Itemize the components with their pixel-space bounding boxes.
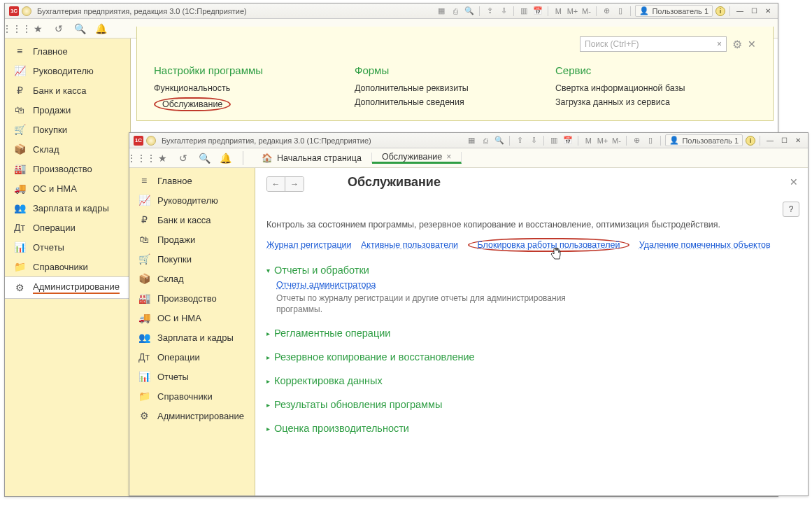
preview-icon[interactable]: 🔍 — [494, 135, 505, 146]
user-button[interactable]: 👤Пользователь 1 — [665, 134, 743, 146]
history-icon[interactable]: ↺ — [177, 152, 190, 164]
star-icon[interactable]: ★ — [156, 152, 169, 164]
back-button[interactable]: ← — [267, 177, 285, 191]
tab-home[interactable]: 🏠 Начальная страница — [252, 153, 372, 163]
forward-button[interactable]: → — [285, 177, 304, 191]
expander-scheduled[interactable]: ▸Регламентные операции — [266, 328, 794, 339]
link-extra-info[interactable]: Дополнительные сведения — [355, 97, 555, 107]
sidebar-item-head[interactable]: 📈Руководителю — [129, 190, 255, 210]
sidebar-item-sales[interactable]: 🛍Продажи — [129, 230, 255, 249]
bell-icon[interactable]: 🔔 — [219, 152, 232, 164]
sidebar-item-production[interactable]: 🏭Производство — [5, 159, 130, 178]
print-icon[interactable]: ⎙ — [480, 135, 491, 146]
app-menu-button[interactable] — [22, 6, 31, 16]
sidebar-item-refs[interactable]: 📁Справочники — [129, 386, 255, 406]
sidebar-item-production[interactable]: 🏭Производство — [129, 288, 255, 308]
mminus-button[interactable]: M- — [580, 6, 592, 17]
help-button[interactable]: ? — [783, 202, 799, 217]
download-icon[interactable]: ⇩ — [528, 135, 539, 146]
preview-icon[interactable]: 🔍 — [464, 6, 475, 17]
close-button[interactable]: ✕ — [762, 6, 774, 16]
search-icon[interactable]: 🔍 — [198, 152, 211, 164]
sidebar-item-head[interactable]: 📈Руководителю — [5, 61, 130, 80]
m-button[interactable]: M — [583, 135, 594, 146]
info-icon[interactable]: i — [746, 136, 755, 146]
minimize-button[interactable]: — — [764, 136, 776, 146]
mplus-button[interactable]: M+ — [597, 135, 608, 146]
bell-icon[interactable]: 🔔 — [94, 22, 107, 35]
link-registration-log[interactable]: Журнал регистрации — [266, 240, 352, 250]
sidebar-item-ops[interactable]: ДтОперации — [5, 218, 130, 237]
link-admin-reports[interactable]: Отчеты администратора — [276, 280, 794, 290]
sidebar-item-warehouse[interactable]: 📦Склад — [5, 139, 130, 159]
sidebar-item-assets[interactable]: 🚚ОС и НМА — [129, 308, 255, 328]
sidebar-item-warehouse[interactable]: 📦Склад — [129, 269, 255, 288]
sidebar-item-bank[interactable]: ₽Банк и касса — [129, 210, 255, 230]
search-icon[interactable]: 🔍 — [73, 22, 86, 35]
sidebar-item-sales[interactable]: 🛍Продажи — [5, 100, 130, 120]
toolbar-icon[interactable]: ▦ — [436, 6, 447, 17]
m-button[interactable]: M — [553, 6, 564, 17]
sidebar-item-purchases[interactable]: 🛒Покупки — [129, 249, 255, 269]
app-menu-button[interactable] — [146, 136, 156, 146]
sidebar-item-reports[interactable]: 📊Отчеты — [5, 237, 130, 257]
link-block-users[interactable]: Блокировка работы пользователей — [478, 240, 620, 250]
close-tab-icon[interactable]: × — [446, 152, 451, 162]
sidebar-item-main[interactable]: ≡Главное — [129, 171, 255, 190]
close-button[interactable]: ✕ — [792, 136, 804, 146]
tab-maintenance[interactable]: Обслуживание × — [372, 152, 462, 164]
mplus-button[interactable]: M+ — [567, 6, 578, 17]
expander-update-results[interactable]: ▸Результаты обновления программы — [266, 399, 794, 410]
print-icon[interactable]: ⎙ — [450, 6, 461, 17]
sidebar-item-reports[interactable]: 📊Отчеты — [129, 367, 255, 386]
upload-icon[interactable]: ⇪ — [484, 6, 495, 17]
link-delete-marked[interactable]: Удаление помеченных объектов — [639, 240, 771, 250]
sidebar-item-purchases[interactable]: 🛒Покупки — [5, 120, 130, 139]
maximize-button[interactable]: ☐ — [748, 6, 760, 16]
link-active-users[interactable]: Активные пользователи — [361, 240, 458, 250]
close-page-icon[interactable]: ✕ — [790, 176, 798, 188]
sidebar-item-main[interactable]: ≡Главное — [5, 41, 130, 61]
expander-backup[interactable]: ▸Резервное копирование и восстановление — [266, 351, 794, 363]
upload-icon[interactable]: ⇪ — [514, 135, 525, 146]
close-panel-icon[interactable]: ✕ — [748, 38, 756, 50]
history-icon[interactable]: ↺ — [52, 22, 65, 35]
book-icon[interactable]: ▯ — [615, 6, 626, 17]
calc-icon[interactable]: ▥ — [548, 135, 560, 146]
minimize-button[interactable]: — — [734, 6, 746, 16]
sidebar-item-assets[interactable]: 🚚ОС и НМА — [5, 178, 130, 198]
book-icon[interactable]: ▯ — [645, 135, 656, 146]
clear-icon[interactable]: × — [717, 39, 722, 49]
apps-icon[interactable]: ⋮⋮⋮ — [10, 22, 23, 35]
sidebar-item-ops[interactable]: ДтОперации — [129, 347, 255, 367]
expander-correction[interactable]: ▸Корректировка данных — [266, 375, 794, 386]
info-icon[interactable]: i — [715, 6, 725, 16]
sidebar-item-refs[interactable]: 📁Справочники — [5, 257, 130, 276]
zoom-icon[interactable]: ⊕ — [601, 6, 612, 17]
star-icon[interactable]: ★ — [31, 22, 44, 35]
toolbar-icon[interactable]: ▦ — [466, 135, 477, 146]
link-maintenance[interactable]: Обслуживание — [154, 97, 355, 111]
settings-icon[interactable]: ⚙ — [732, 38, 742, 51]
link-rollup[interactable]: Свертка информационной базы — [555, 83, 756, 93]
sidebar-item-bank[interactable]: ₽Банк и касса — [5, 80, 130, 100]
search-input[interactable]: Поиск (Ctrl+F) × — [580, 36, 727, 52]
link-load-data[interactable]: Загрузка данных из сервиса — [555, 97, 756, 107]
zoom-icon[interactable]: ⊕ — [631, 135, 642, 146]
sidebar-item-salary[interactable]: 👥Зарплата и кадры — [5, 198, 130, 218]
expander-performance[interactable]: ▸Оценка производительности — [266, 423, 794, 434]
calc-icon[interactable]: ▥ — [518, 6, 529, 17]
user-button[interactable]: 👤Пользователь 1 — [635, 5, 713, 17]
mminus-button[interactable]: M- — [611, 135, 622, 146]
expander-reports[interactable]: ▾Отчеты и обработки — [266, 265, 794, 276]
download-icon[interactable]: ⇩ — [498, 6, 509, 17]
apps-icon[interactable]: ⋮⋮⋮ — [135, 152, 148, 164]
sidebar-item-admin[interactable]: ⚙Администрирование — [129, 406, 255, 426]
link-functionality[interactable]: Функциональность — [154, 83, 355, 93]
sidebar-item-salary[interactable]: 👥Зарплата и кадры — [129, 328, 255, 347]
maximize-button[interactable]: ☐ — [778, 136, 790, 146]
sidebar-item-admin[interactable]: ⚙Администрирование — [5, 276, 130, 299]
calendar-icon[interactable]: 📅 — [532, 6, 543, 17]
calendar-icon[interactable]: 📅 — [562, 135, 574, 146]
link-extra-attrs[interactable]: Дополнительные реквизиты — [355, 83, 555, 93]
